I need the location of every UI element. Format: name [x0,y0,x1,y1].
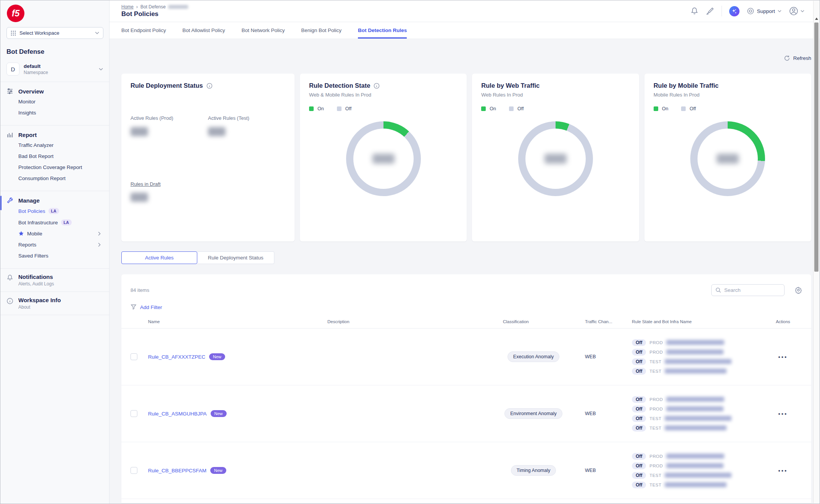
row-checkbox[interactable] [130,410,137,417]
env-label: TEST [649,473,661,478]
rules-in-draft-link[interactable]: Rules in Draft [130,181,161,187]
infra-name-redacted [665,482,727,487]
donut-center-value-redacted [717,154,739,164]
row-actions-ellipsis-icon[interactable]: ••• [755,411,811,417]
tab-bot-detection-rules[interactable]: Bot Detection Rules [358,22,407,39]
column-header-classification[interactable]: Classification [488,319,579,324]
sidebar-item-bad-bot-report[interactable]: Bad Bot Report [18,151,103,162]
chevron-down-icon [801,10,804,12]
top-header: Home › Bot Defense Bot Policies [110,0,820,22]
card-title: Rule Deployment Status [130,82,203,89]
card-rule-detection-state: Rule Detection State Web & Mobile Rules … [300,74,467,242]
card-rule-by-mobile-traffic: Rule by Mobile Traffic Mobile Rules In P… [644,74,811,242]
breadcrumb-home-link[interactable]: Home [121,4,134,10]
workspace-info-subtitle: About [18,304,61,310]
paintbrush-icon[interactable] [706,7,714,15]
active-section-accent [0,196,2,210]
workspace-selector[interactable]: Select Workspace [6,27,103,39]
sidebar-item-report[interactable]: Report [6,131,103,138]
traffic-channel: WEB [579,411,629,416]
env-label: TEST [649,359,661,364]
card-subtitle: Web & Mobile Rules In Prod [309,92,458,98]
env-label: TEST [649,483,661,487]
traffic-channel: WEB [579,354,629,359]
classification-pill: Environment Anomaly [504,408,562,419]
column-header-description[interactable]: Description [327,319,488,324]
sidebar-item-saved-filters[interactable]: Saved Filters [18,250,103,261]
search-input[interactable] [724,287,774,293]
namespace-avatar: D [6,63,19,76]
sidebar-item-mobile[interactable]: Mobile [18,228,103,239]
info-icon[interactable] [374,83,380,89]
toggle-active-rules[interactable]: Active Rules [121,251,197,264]
legend-on-swatch [654,106,658,111]
sidebar-item-bot-infrastructure[interactable]: Bot Infrastructure LA [18,217,103,228]
card-subtitle: Mobile Rules In Prod [654,92,802,98]
chevron-down-icon [95,32,99,34]
tab-bot-network-policy[interactable]: Bot Network Policy [242,22,285,39]
sidebar-item-overview[interactable]: Overview [6,88,103,95]
env-label: TEST [649,416,661,421]
sidebar-item-insights[interactable]: Insights [18,107,103,118]
workspace-selector-label: Select Workspace [19,30,92,36]
state-pill: Off [632,425,646,432]
column-header-traffic-channel[interactable]: Traffic Chan... [579,319,629,324]
f5-logo[interactable]: f5 [7,5,24,22]
tab-bot-endpoint-policy[interactable]: Bot Endpoint Policy [121,22,166,39]
env-label: PROD [649,397,663,402]
sliders-icon [6,88,13,95]
tab-benign-bot-policy[interactable]: Benign Bot Policy [301,22,342,39]
refresh-button[interactable]: Refresh [784,55,811,61]
f5-logo-text: f5 [12,8,19,19]
scrollbar-thumb[interactable] [814,23,818,272]
breadcrumb-redacted-item [168,5,188,9]
add-filter-button[interactable]: Add Filter [140,304,162,310]
vertical-scrollbar[interactable] [813,1,819,503]
toggle-label: Rule Deployment Status [208,255,264,261]
refresh-icon [784,55,790,61]
rule-state-list: OffPROD OffPROD OffTEST OffTEST [629,396,755,432]
env-label: PROD [649,464,663,468]
dashboard-cards: Rule Deployment Status Active Rules (Pro… [121,74,811,242]
sidebar-item-protection-coverage-report[interactable]: Protection Coverage Report [18,162,103,173]
tab-label: Bot Network Policy [242,27,285,33]
tab-bot-allowlist-policy[interactable]: Bot Allowlist Policy [182,22,225,39]
header-divider [722,6,722,16]
sidebar-item-notifications[interactable]: Notifications Alerts, Audit Logs [0,268,109,291]
row-actions-ellipsis-icon[interactable]: ••• [755,354,811,360]
donut-center-value-redacted [545,154,567,164]
table-search[interactable] [711,284,785,296]
rule-name-link[interactable]: Rule_CB_BBEPPCSFAM [148,468,206,473]
sidebar-item-bot-policies[interactable]: Bot Policies LA [18,205,103,217]
toggle-rule-deployment-status[interactable]: Rule Deployment Status [197,251,274,264]
info-icon[interactable] [206,83,213,89]
sidebar-report-title: Report [18,132,37,138]
gear-icon[interactable] [795,287,802,294]
row-actions-ellipsis-icon[interactable]: ••• [755,467,811,474]
account-menu[interactable] [789,6,804,16]
sidebar-item-reports[interactable]: Reports [18,239,103,250]
new-badge: New [210,467,226,474]
support-menu[interactable]: Support [747,7,781,15]
namespace-selector[interactable]: D default Namespace [6,63,103,82]
sidebar-item-label: Bot Policies [18,208,45,214]
sidebar: f5 Select Workspace Bot Defense D defaul… [0,0,110,504]
scrollbar-up-arrow-icon[interactable] [815,18,818,20]
sidebar-item-workspace-info[interactable]: Workspace Info About [0,291,109,315]
sidebar-item-label: Mobile [27,231,42,237]
column-header-rule-state[interactable]: Rule State and Bot Infra Name [629,319,755,324]
rule-name-link[interactable]: Rule_CB_AFXXXTZPEC [148,354,205,360]
sidebar-item-monitor[interactable]: Monitor [18,96,103,107]
sidebar-item-traffic-analyzer[interactable]: Traffic Analyzer [18,140,103,151]
sidebar-item-consumption-report[interactable]: Consumption Report [18,173,103,184]
bell-icon[interactable] [690,7,699,15]
sidebar-item-manage[interactable]: Manage [6,197,103,204]
column-header-name[interactable]: Name [148,319,327,324]
state-pill: Off [632,415,646,422]
row-checkbox[interactable] [130,353,137,360]
row-checkbox[interactable] [130,467,137,474]
chevron-right-icon [98,243,101,247]
ai-assistant-button[interactable] [729,6,739,16]
support-label: Support [757,8,775,14]
rule-name-link[interactable]: Rule_CB_ASMGUHBJPA [148,411,207,417]
